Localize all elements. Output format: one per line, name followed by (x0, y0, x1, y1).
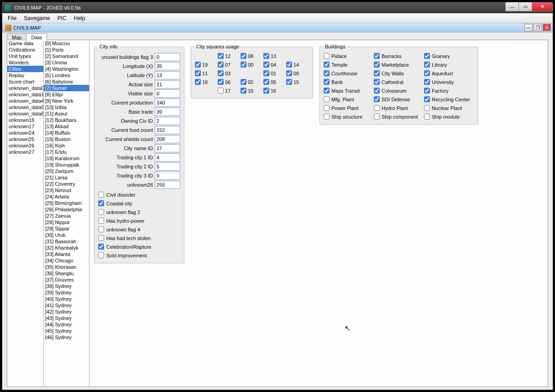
city-item[interactable]: [22] Coventry (44, 181, 89, 187)
category-item[interactable]: Wonders (7, 59, 43, 66)
city-item[interactable]: [0] Moscou (44, 40, 89, 47)
square-checkbox[interactable] (195, 62, 201, 68)
city-item[interactable]: [7] Sumer (44, 85, 89, 91)
flag-checkbox[interactable] (98, 226, 104, 232)
city-item[interactable]: [44] Sydney (44, 321, 89, 328)
menu-pic[interactable]: PIC (54, 14, 70, 23)
field-input[interactable] (155, 126, 180, 134)
category-item[interactable]: unknown17 (7, 123, 43, 130)
city-item[interactable]: [40] Sydney (44, 296, 89, 302)
city-item[interactable]: [39] Sydney (44, 289, 89, 296)
flag-checkbox[interactable] (98, 218, 104, 224)
city-item[interactable]: [29] Sippar (44, 225, 89, 232)
city-item[interactable]: [1] Paris (44, 47, 89, 53)
square-checkbox[interactable] (218, 79, 224, 85)
square-checkbox[interactable] (263, 62, 269, 68)
square-checkbox[interactable] (263, 53, 269, 59)
building-checkbox[interactable] (324, 105, 330, 111)
city-item[interactable]: [5] Londres (44, 72, 89, 78)
square-checkbox[interactable] (241, 53, 246, 59)
city-item[interactable]: [14] Buffalo (44, 130, 89, 136)
close-button[interactable]: ✕ (532, 2, 553, 11)
menu-savegame[interactable]: Savegame (20, 14, 53, 23)
city-item[interactable]: [43] Sydney (44, 315, 89, 321)
flag-checkbox[interactable] (98, 192, 104, 198)
building-checkbox[interactable] (324, 70, 330, 76)
building-checkbox[interactable] (324, 96, 330, 102)
city-item[interactable]: [35] Khorasan (44, 264, 89, 270)
square-checkbox[interactable] (263, 79, 269, 85)
building-checkbox[interactable] (324, 79, 330, 85)
city-item[interactable]: [18] Karakorum (44, 155, 89, 162)
building-checkbox[interactable] (374, 114, 380, 120)
category-item[interactable]: unknown24 (7, 130, 43, 136)
city-item[interactable]: [20] Zariqum (44, 168, 89, 174)
field-input[interactable] (155, 71, 180, 79)
menu-file[interactable]: File (4, 14, 20, 23)
square-checkbox[interactable] (241, 62, 246, 68)
field-input[interactable] (155, 117, 180, 125)
city-item[interactable]: [9] New York (44, 98, 89, 104)
tab-data[interactable]: Data (26, 33, 47, 41)
city-item[interactable]: [6] Babylone (44, 78, 89, 85)
square-checkbox[interactable] (286, 70, 292, 76)
building-checkbox[interactable] (424, 79, 430, 85)
field-input[interactable] (155, 181, 180, 189)
field-input[interactable] (155, 172, 180, 180)
building-checkbox[interactable] (424, 53, 430, 59)
field-input[interactable] (155, 153, 180, 162)
category-item[interactable]: Unit types (7, 53, 43, 59)
minimize-button[interactable]: — (505, 2, 519, 11)
square-checkbox[interactable] (241, 88, 246, 94)
city-item[interactable]: [2] Samarkand (44, 53, 89, 59)
building-checkbox[interactable] (324, 114, 330, 120)
category-item[interactable]: unknown_data5 (7, 104, 43, 110)
building-checkbox[interactable] (324, 88, 330, 94)
category-item[interactable]: unknown26 (7, 142, 43, 149)
city-item[interactable]: [27] Zamua (44, 213, 89, 219)
city-item[interactable]: [33] Atlanta (44, 251, 89, 257)
category-item[interactable]: Game data (7, 40, 43, 47)
city-item[interactable]: [25] Birmingham (44, 200, 89, 206)
building-checkbox[interactable] (374, 96, 380, 102)
city-item[interactable]: [11] Assur (44, 110, 89, 117)
city-item[interactable]: [30] Uruk (44, 232, 89, 238)
city-item[interactable]: [28] Nippur (44, 219, 89, 225)
square-checkbox[interactable] (218, 88, 224, 94)
flag-checkbox[interactable] (98, 209, 104, 215)
city-item[interactable]: [8] Ellipi (44, 91, 89, 98)
square-checkbox[interactable] (195, 70, 201, 76)
building-checkbox[interactable] (374, 105, 380, 111)
field-input[interactable] (155, 53, 180, 61)
category-item[interactable]: unknown16 (7, 117, 43, 123)
category-item[interactable]: unknown_data0 (7, 85, 43, 91)
field-input[interactable] (155, 162, 180, 171)
flag-checkbox[interactable] (98, 200, 104, 206)
square-checkbox[interactable] (263, 88, 269, 94)
city-item[interactable]: [10] Izibia (44, 104, 89, 110)
category-item[interactable]: unknown27 (7, 149, 43, 155)
field-input[interactable] (155, 80, 180, 89)
category-item[interactable]: unknown_data1 (7, 91, 43, 98)
city-item[interactable]: [19] Shuruppak (44, 162, 89, 168)
city-item[interactable]: [31] Bassorah (44, 238, 89, 245)
city-item[interactable]: [16] Kish (44, 142, 89, 149)
square-checkbox[interactable] (241, 79, 246, 85)
city-item[interactable]: [21] Larsa (44, 174, 89, 181)
city-item[interactable]: [26] Philadelphie (44, 206, 89, 213)
category-item[interactable]: Replay (7, 72, 43, 78)
city-item[interactable]: [23] Nimrud (44, 187, 89, 193)
city-item[interactable]: [4] Washington (44, 66, 89, 72)
building-checkbox[interactable] (374, 62, 380, 68)
category-item[interactable]: Cities (7, 66, 43, 72)
city-item[interactable]: [36] Shangtu (44, 270, 89, 277)
category-item[interactable]: Score chart (7, 78, 43, 85)
doc-restore-button[interactable]: ❐ (534, 24, 542, 31)
city-item[interactable]: [32] Khanbalyk (44, 245, 89, 251)
square-checkbox[interactable] (218, 62, 224, 68)
doc-close-button[interactable]: ✕ (543, 24, 551, 31)
maximize-button[interactable]: ▭ (518, 2, 532, 11)
city-item[interactable]: [34] Chicago (44, 257, 89, 264)
field-input[interactable] (155, 99, 180, 107)
square-checkbox[interactable] (263, 70, 269, 76)
